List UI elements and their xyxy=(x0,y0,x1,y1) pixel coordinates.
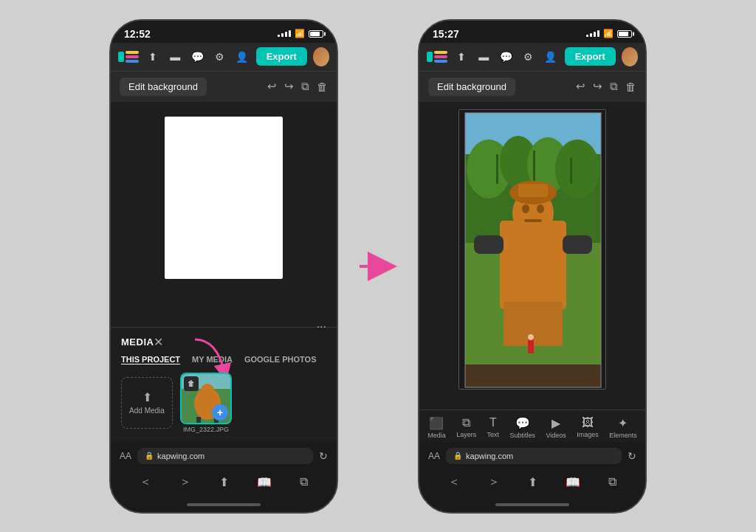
media-tab-label: Media xyxy=(427,432,446,439)
bottom-nav-1: ＜ ＞ ⬆ 📖 ⧉ xyxy=(111,469,337,499)
status-bar-2: 15:27 📶 xyxy=(419,21,645,43)
bottom-toolbar-2: ⬛ Media ⧉ Layers T Text 💬 Subtitles ▶ Vi… xyxy=(419,410,645,442)
edit-bg-actions-1: ↩ ↪ ⧉ 🗑 xyxy=(267,80,328,93)
layers-tab-label: Layers xyxy=(456,431,476,438)
media-thumb-plus-btn[interactable]: + xyxy=(212,404,228,421)
media-close-1[interactable]: ✕ xyxy=(154,335,163,349)
lock-icon-1: 🔒 xyxy=(145,452,154,460)
add-media-label: Add Media xyxy=(129,407,165,415)
svg-rect-15 xyxy=(496,154,498,184)
media-tab-google[interactable]: GOOGLE PHOTOS xyxy=(244,355,317,364)
browser-url-bar-1[interactable]: 🔒 kapwing.com xyxy=(137,448,313,464)
copy-icon-1[interactable]: ⧉ xyxy=(301,80,309,93)
edit-bg-bar-1: Edit background ↩ ↪ ⧉ 🗑 xyxy=(111,71,337,102)
bottom-tab-text[interactable]: T Text xyxy=(487,416,500,438)
trash-icon-2[interactable]: 🗑 xyxy=(625,80,636,93)
bottom-tab-videos[interactable]: ▶ Videos xyxy=(546,416,566,439)
browser-aa-2[interactable]: AA xyxy=(428,451,440,461)
media-thumb-trash-icon[interactable]: 🗑 xyxy=(184,376,199,391)
elements-tab-label: Elements xyxy=(609,432,637,439)
browser-url-bar-2[interactable]: 🔒 kapwing.com xyxy=(446,448,622,464)
bottom-tab-media[interactable]: ⬛ Media xyxy=(427,416,446,439)
svg-rect-24 xyxy=(518,184,548,197)
browser-bar-2: AA 🔒 kapwing.com ↻ xyxy=(419,442,645,469)
app-toolbar-2: ⬆ ▬ 💬 ⚙ 👤 Export xyxy=(419,43,645,71)
back-icon-2[interactable]: ＜ xyxy=(448,474,460,490)
bookmarks-icon-2[interactable]: 📖 xyxy=(566,475,580,489)
forward-icon-1[interactable]: ＞ xyxy=(179,474,191,490)
text-tab-label: Text xyxy=(487,431,500,438)
export-button-1[interactable]: Export xyxy=(256,47,307,66)
tabs-icon-2[interactable]: ⧉ xyxy=(608,475,616,488)
edit-bg-label-2[interactable]: Edit background xyxy=(428,77,515,96)
undo-icon-1[interactable]: ↩ xyxy=(267,80,277,93)
svg-point-14 xyxy=(555,139,599,198)
bottom-tab-subtitles[interactable]: 💬 Subtitles xyxy=(510,416,536,439)
redo-icon-1[interactable]: ↪ xyxy=(284,80,294,93)
wifi-icon-1: 📶 xyxy=(295,29,305,38)
subtitles-tab-icon: 💬 xyxy=(515,416,530,430)
bottom-tab-images[interactable]: 🖼 Images xyxy=(577,416,599,438)
layout-icon-1[interactable]: ▬ xyxy=(167,47,183,66)
layout-icon-2[interactable]: ▬ xyxy=(475,47,492,66)
trash-icon-1[interactable]: 🗑 xyxy=(317,80,328,93)
forward-icon-2[interactable]: ＞ xyxy=(488,474,500,490)
media-thumbnail-1[interactable]: 🗑 + xyxy=(180,373,232,424)
upload-icon-1[interactable]: ⬆ xyxy=(145,47,161,66)
canvas-white-1 xyxy=(165,117,283,279)
person-icon-2[interactable]: 👤 xyxy=(543,47,559,66)
phone-after: 15:27 📶 xyxy=(418,19,647,514)
svg-rect-30 xyxy=(465,365,601,387)
media-tab-project[interactable]: THIS PROJECT xyxy=(121,355,180,364)
bookmarks-icon-1[interactable]: 📖 xyxy=(257,475,272,489)
undo-icon-2[interactable]: ↩ xyxy=(576,80,585,93)
phone-before: 12:52 📶 xyxy=(109,19,338,514)
logo-2 xyxy=(427,51,447,63)
share-icon-1[interactable]: ⬆ xyxy=(219,475,229,489)
browser-aa-1[interactable]: AA xyxy=(120,451,131,461)
browser-bar-1: AA 🔒 kapwing.com ↻ xyxy=(111,442,337,469)
svg-rect-17 xyxy=(570,158,572,184)
tabs-icon-1[interactable]: ⧉ xyxy=(300,475,308,488)
edit-bg-actions-2: ↩ ↪ ⧉ 🗑 xyxy=(576,80,636,93)
canvas-area-1 xyxy=(111,102,337,327)
battery-icon-1 xyxy=(309,30,323,38)
upload-icon-2[interactable]: ⬆ xyxy=(453,47,470,66)
svg-point-29 xyxy=(528,334,534,340)
refresh-icon-1[interactable]: ↻ xyxy=(319,450,328,462)
edit-bg-label-1[interactable]: Edit background xyxy=(120,77,207,96)
refresh-icon-2[interactable]: ↻ xyxy=(628,450,636,462)
time-1: 12:52 xyxy=(124,28,151,40)
media-more-1[interactable]: ··· xyxy=(317,320,326,334)
logo-1 xyxy=(118,51,139,63)
media-panel-1: MEDIA ✕ ··· THIS PROJECT MY MEDIA GOOGLE… xyxy=(111,327,337,442)
svg-rect-28 xyxy=(528,339,534,353)
media-thumb-overlay: 🗑 + xyxy=(182,374,230,423)
caption-icon-1[interactable]: 💬 xyxy=(189,47,205,66)
svg-rect-26 xyxy=(563,235,592,254)
person-icon-1[interactable]: 👤 xyxy=(234,47,250,66)
settings-icon-2[interactable]: ⚙ xyxy=(520,47,536,66)
canvas-area-2 xyxy=(419,102,645,410)
subtitles-tab-label: Subtitles xyxy=(510,432,536,439)
redo-icon-2[interactable]: ↪ xyxy=(593,80,602,93)
export-button-2[interactable]: Export xyxy=(565,47,616,66)
svg-point-20 xyxy=(522,204,529,213)
copy-icon-2[interactable]: ⧉ xyxy=(610,80,618,93)
home-indicator-1 xyxy=(111,499,337,512)
wifi-icon-2: 📶 xyxy=(603,29,614,38)
caption-icon-2[interactable]: 💬 xyxy=(498,47,514,66)
home-bar-1 xyxy=(187,503,261,506)
settings-icon-1[interactable]: ⚙ xyxy=(211,47,227,66)
bottom-tab-layers[interactable]: ⧉ Layers xyxy=(456,416,476,438)
add-media-button[interactable]: ⬆ Add Media xyxy=(121,377,173,429)
bottom-tab-elements[interactable]: ✦ Elements xyxy=(609,416,637,439)
svg-point-21 xyxy=(537,204,544,213)
statue-svg xyxy=(459,110,606,390)
share-icon-2[interactable]: ⬆ xyxy=(528,475,537,489)
videos-tab-icon: ▶ xyxy=(551,416,560,430)
back-icon-1[interactable]: ＜ xyxy=(140,474,151,490)
signal-icon-1 xyxy=(278,30,291,37)
right-arrow-svg xyxy=(356,252,400,281)
images-tab-label: Images xyxy=(577,431,599,438)
